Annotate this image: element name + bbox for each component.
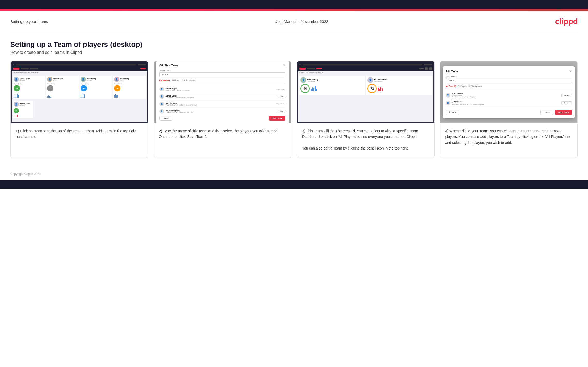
card-1: Finding 4 of 4 players from All Players … [10, 61, 148, 158]
card-3-text-p1: 3) This Team will then be created. You c… [302, 129, 418, 139]
page-subtitle: How to create and edit Teams in Clippd [10, 50, 578, 55]
edit-modal-save-button[interactable]: Save Team [555, 110, 572, 115]
player-row-0: 👤 Adrian Player Plus Handicap • The Shir… [159, 85, 286, 93]
footer: Copyright Clippd 2021 [0, 168, 588, 180]
card-3: Finding 2 of 2 players from Team A 👤 Bla… [297, 61, 435, 158]
card-1-screenshot: Finding 4 of 4 players from All Players … [11, 61, 148, 123]
player-avatar-1: 👤 [159, 94, 164, 99]
player-status-0: Player Added [276, 88, 285, 90]
player-name-1: Adrian Coliba [166, 95, 277, 97]
edit-tab-my-team[interactable]: My Team (2) [446, 85, 456, 88]
player-status-2: Player Added [276, 103, 285, 105]
clippd-logo: clippd [555, 17, 578, 26]
add-player-btn-3[interactable]: Add [278, 110, 285, 113]
player-detail-1: 1 Handicap • Central London Golf Centre [166, 97, 277, 98]
edit-modal-delete-button[interactable]: 🗑 Delete [446, 110, 459, 115]
player-avatar-2: 👤 [159, 102, 164, 106]
remove-player-btn-0[interactable]: Remove [561, 94, 572, 97]
card-4: Edit Team ✕ Team Name * Team A My Team (… [440, 61, 578, 158]
edit-player-location-0: The Shire London, United Kingdom [452, 96, 560, 98]
edit-modal-title: Edit Team [446, 70, 458, 73]
player-name-0: Adrian Player [166, 88, 275, 89]
add-modal-footer: Cancel Save Team [159, 116, 286, 121]
add-modal-team-name-input[interactable]: Team A [159, 72, 286, 77]
card-2: Add New Team ✕ Team Name * Team A My Tea… [154, 61, 292, 158]
copyright-text: Copyright Clippd 2021 [10, 172, 41, 176]
add-modal-cancel-button[interactable]: Cancel [159, 116, 173, 121]
remove-player-btn-1[interactable]: Remove [561, 101, 572, 104]
player-name-3: Dave Billingham [166, 110, 277, 112]
top-bar [0, 0, 588, 9]
edit-player-avatar-0: 👤 [446, 93, 450, 98]
header-document-title: User Manual – November 2022 [275, 19, 328, 24]
edit-modal-field-label: Team Name * [446, 76, 572, 77]
add-modal-tabs: My Team (2) All Players ☐ Filter by name [159, 79, 286, 83]
edit-modal-close[interactable]: ✕ [569, 69, 572, 73]
tab-my-team[interactable]: My Team (2) [159, 79, 170, 82]
add-modal-close[interactable]: ✕ [283, 64, 285, 67]
edit-player-row-1: 👤 Blair McHarg Plus Handicap Royal North… [446, 99, 572, 107]
card-1-description: 1) Click on 'Teams' at the top of the sc… [11, 123, 148, 158]
cards-grid: Finding 4 of 4 players from All Players … [0, 61, 588, 168]
edit-player-avatar-1: 👤 [446, 101, 450, 105]
card-2-screenshot: Add New Team ✕ Team Name * Team A My Tea… [154, 61, 291, 123]
card-4-description: 4) When editing your Team, you can chang… [440, 123, 578, 158]
add-player-btn-1[interactable]: Add [278, 95, 285, 98]
edit-modal-team-name-input[interactable]: Team A [446, 78, 572, 83]
header: Setting up your teams User Manual – Nove… [0, 11, 588, 31]
edit-player-name-1: Blair McHarg [452, 100, 560, 102]
add-modal-title: Add New Team [159, 64, 178, 67]
player-detail-0: Plus Handicap • The Shire London [166, 89, 275, 91]
player-detail-3: 5 Handicap • The Dog Maging Golf Club [166, 112, 277, 113]
add-modal-field-label: Team Name * [159, 70, 286, 72]
tab-all-players[interactable]: All Players [172, 79, 180, 82]
player-detail-2: Plus Handicap • Royal North Devon Golf C… [166, 104, 275, 106]
edit-modal-footer: 🗑 Delete Cancel Save Team [446, 110, 572, 115]
header-section-label: Setting up your teams [10, 19, 48, 24]
player-avatar-0: 👤 [159, 87, 164, 91]
edit-player-location-1: Royal North Devon Golf Club, United King… [452, 104, 560, 105]
edit-player-row-0: 👤 Adrian Player Plus Handicap The Shire … [446, 91, 572, 99]
player-name-2: Blair McHarg [166, 102, 275, 104]
bottom-bar [0, 180, 588, 189]
edit-modal-cancel-button[interactable]: Cancel [540, 110, 553, 115]
edit-tab-all-players[interactable]: All Players [458, 85, 466, 88]
add-modal-save-button[interactable]: Save Team [269, 116, 285, 121]
card-3-description: 3) This Team will then be created. You c… [297, 123, 434, 158]
edit-modal-tabs: My Team (2) All Players ☐ Filter by name [446, 85, 572, 89]
player-avatar-3: 👤 [159, 109, 164, 114]
player-row-1: 👤 Adrian Coliba 1 Handicap • Central Lon… [159, 93, 286, 100]
edit-tab-filter[interactable]: ☐ Filter by name [469, 85, 482, 88]
player-row-3: 👤 Dave Billingham 5 Handicap • The Dog M… [159, 108, 286, 114]
page-title: Setting up a Team of players (desktop) [10, 40, 578, 49]
player-row-2: 👤 Blair McHarg Plus Handicap • Royal Nor… [159, 100, 286, 108]
card-2-description: 2) Type the name of this Team and then s… [154, 123, 291, 158]
edit-player-name-0: Adrian Player [452, 93, 560, 94]
tab-filter[interactable]: ☐ Filter by name [182, 79, 196, 82]
page-title-section: Setting up a Team of players (desktop) H… [0, 31, 588, 61]
card-3-screenshot: Finding 2 of 2 players from Team A 👤 Bla… [297, 61, 434, 123]
card-4-screenshot: Edit Team ✕ Team Name * Team A My Team (… [440, 61, 578, 123]
card-3-text-p2: You can also edit a Team by clicking the… [302, 146, 409, 150]
